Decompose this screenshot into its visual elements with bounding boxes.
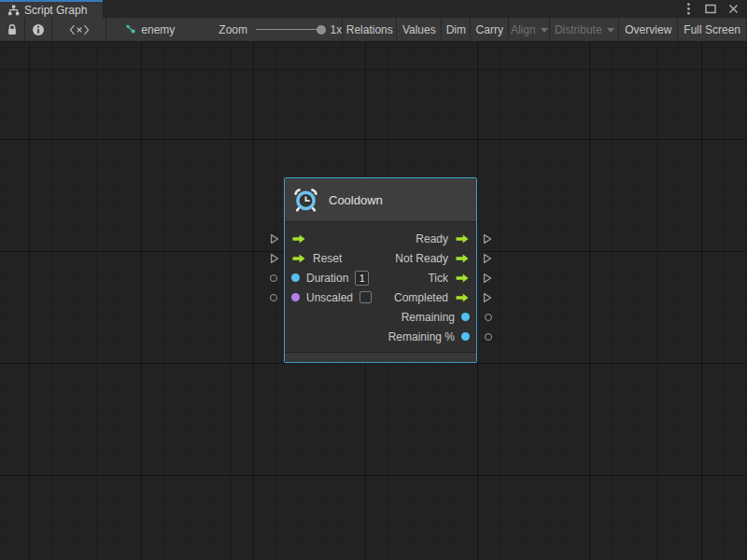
node-row: Ready: [285, 229, 476, 248]
port-label: Completed: [394, 291, 448, 304]
node-row: Reset Not Ready: [285, 248, 476, 268]
lock-icon: [7, 23, 18, 36]
node-header[interactable]: Cooldown: [285, 178, 476, 222]
flow-output-port[interactable]: [483, 253, 492, 264]
flow-output-port[interactable]: [483, 273, 492, 284]
script-graph-asset-icon: [124, 23, 136, 35]
values-button[interactable]: Values: [397, 18, 442, 41]
distribute-dropdown: Distribute: [550, 18, 619, 41]
info-icon: [32, 23, 45, 36]
port-label: Ready: [416, 232, 448, 245]
carry-button[interactable]: Carry: [471, 18, 509, 41]
zoom-zone: enemy Zoom 1x: [106, 18, 343, 41]
flow-arrow-icon: [455, 292, 470, 303]
port-label: Not Ready: [395, 252, 448, 265]
chevron-down-icon: [541, 28, 548, 33]
tab-title: Script Graph: [24, 4, 87, 17]
port-label: Reset: [313, 252, 342, 265]
graph-canvas[interactable]: Cooldown Ready: [0, 42, 747, 560]
toggle-values-button[interactable]: [52, 18, 106, 41]
flow-arrow-icon: [291, 233, 306, 245]
angle-brackets-x-icon: [69, 24, 90, 35]
node-row: Unscaled Completed: [285, 287, 476, 307]
zoom-label: Zoom: [218, 23, 247, 36]
zoom-value: 1x: [331, 23, 343, 36]
zoom-slider-handle[interactable]: [317, 25, 326, 35]
value-output-port[interactable]: [485, 333, 492, 341]
full-screen-button[interactable]: Full Screen: [678, 18, 747, 41]
chevron-down-icon: [607, 28, 614, 33]
tab-bar: Script Graph: [0, 0, 747, 18]
port-label: Duration: [306, 272, 348, 285]
float-port-icon: [461, 332, 470, 341]
flow-arrow-icon: [291, 253, 306, 264]
relations-button[interactable]: Relations: [343, 18, 397, 41]
distribute-label: Distribute: [555, 23, 602, 36]
kebab-menu-icon[interactable]: [682, 3, 695, 16]
breadcrumb-label: enemy: [141, 23, 175, 36]
bool-port-icon: [291, 293, 300, 301]
duration-value-input[interactable]: [355, 271, 369, 286]
tab-script-graph[interactable]: Script Graph: [0, 0, 103, 18]
float-port-icon: [461, 313, 470, 321]
port-label: Unscaled: [306, 291, 353, 304]
alarm-clock-icon: [293, 188, 318, 213]
flow-arrow-icon: [455, 273, 470, 284]
node-body: Ready Reset Not Ready: [285, 222, 476, 352]
unscaled-checkbox[interactable]: [359, 291, 372, 303]
zoom-slider[interactable]: [256, 23, 324, 36]
node-row: Remaining: [285, 307, 476, 327]
dim-button[interactable]: Dim: [442, 18, 471, 41]
cooldown-node[interactable]: Cooldown Ready: [284, 177, 477, 363]
node-row: Remaining %: [285, 327, 476, 346]
flow-output-port[interactable]: [483, 233, 492, 245]
value-input-port[interactable]: [270, 294, 277, 301]
breadcrumb-enemy[interactable]: enemy: [124, 23, 175, 36]
flow-output-port[interactable]: [483, 292, 492, 303]
align-label: Align: [511, 23, 536, 36]
align-dropdown: Align: [509, 18, 550, 41]
graph-toolbar: enemy Zoom 1x Relations Values Dim Carry…: [0, 18, 747, 42]
node-title: Cooldown: [329, 193, 383, 207]
info-button[interactable]: [25, 18, 52, 41]
flow-input-port[interactable]: [270, 233, 279, 245]
window-controls: [682, 0, 747, 18]
graph-icon: [7, 5, 20, 16]
node-footer: [285, 352, 476, 362]
node-row: Duration Tick: [285, 268, 476, 287]
flow-input-port[interactable]: [270, 253, 279, 264]
script-graph-window: Script Graph: [0, 0, 747, 560]
zoom-slider-track[interactable]: [256, 29, 324, 30]
overview-button[interactable]: Overview: [619, 18, 678, 41]
port-label: Remaining: [402, 311, 455, 324]
port-label: Remaining %: [388, 330, 455, 343]
close-icon[interactable]: [726, 3, 740, 16]
maximize-icon[interactable]: [704, 3, 717, 16]
flow-arrow-icon: [455, 233, 470, 245]
value-input-port[interactable]: [270, 274, 277, 282]
flow-arrow-icon: [455, 253, 470, 264]
lock-button[interactable]: [0, 18, 25, 41]
value-output-port[interactable]: [485, 314, 492, 321]
float-port-icon: [291, 273, 300, 282]
port-label: Tick: [428, 272, 448, 285]
